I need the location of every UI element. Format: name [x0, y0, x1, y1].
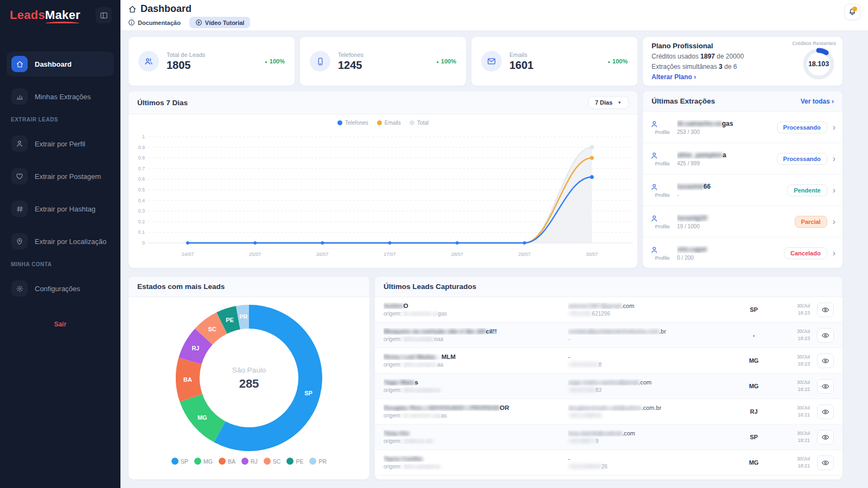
lead-origin: origem: alme.pamplonaa: [384, 362, 568, 368]
lead-contact: douglasreisadv.cab@yahoo.com.br +5521988…: [568, 404, 728, 419]
donut-legend-item-rj[interactable]: RJ: [241, 458, 258, 465]
sidebar-item-extrair-por-postagem[interactable]: Extrair por Postagem: [7, 164, 114, 189]
eye-icon: [821, 433, 829, 441]
view-lead-button[interactable]: [817, 404, 834, 419]
sidebar-item-extrair-por-localizacao[interactable]: Extrair por Localização: [7, 229, 114, 254]
states-panel: Estados com mais Leads SPMGBARJSCPEPRSão…: [128, 276, 370, 480]
notifications-button[interactable]: [844, 4, 860, 20]
lead-row: Tony Iris origem: matheus.silv tony.star…: [375, 425, 843, 450]
view-lead-button[interactable]: [817, 455, 834, 470]
donut-legend-item-sp[interactable]: SP: [171, 458, 188, 465]
lead-name: Remy Leal Madas - MLM: [384, 354, 568, 360]
video-tutorial-link[interactable]: Vídeo Tutorial: [189, 17, 251, 28]
legend-dot: [241, 458, 248, 465]
donut-legend-item-ba[interactable]: BA: [219, 458, 235, 465]
extraction-item[interactable]: Profile lucastg10 19 / 1000 Parcial ›: [643, 206, 843, 237]
chart-panel-header: Últimos 7 Dias 7 Dias▼: [129, 91, 637, 114]
line-chart: 00.10.20.30.40.50.60.70.80.9124/0725/072…: [129, 126, 637, 262]
legend-dot: [309, 458, 316, 465]
sidebar-item-dashboard[interactable]: Dashboard: [7, 52, 114, 76]
donut-legend-item-mg[interactable]: MG: [194, 458, 213, 465]
sidebar-item-label: Minhas Extrações: [35, 93, 91, 101]
lead-email: antonio1987@gmail.com: [568, 303, 728, 309]
chevron-down-icon: ▼: [617, 100, 622, 105]
sidebar-item-configuracoes[interactable]: Configurações: [7, 276, 114, 301]
logout-link[interactable]: Sair: [0, 320, 120, 328]
svg-text:28/07: 28/07: [451, 252, 463, 257]
lead-datetime: 30/Jul18:23: [780, 328, 810, 342]
profile-icon: Profile: [650, 214, 675, 229]
info-icon: [128, 19, 135, 26]
sidebar-toggle-button[interactable]: [95, 7, 112, 23]
bottom-row: Estados com mais Leads SPMGBARJSCPEPRSão…: [128, 276, 843, 480]
legend-dot: [337, 120, 342, 125]
lead-identity: Tony Iris origem: matheus.silv: [384, 430, 568, 444]
brand-logo[interactable]: LeadsMaker: [10, 8, 80, 22]
extraction-item[interactable]: Profile vini.capel 0 / 200 Cancelado ›: [643, 237, 843, 268]
play-icon: [195, 19, 202, 26]
svg-text:BA: BA: [183, 376, 192, 383]
lead-row: Remy Leal Madas - MLM origem: alme.pampl…: [375, 348, 843, 374]
stat-value: 1805: [167, 59, 206, 72]
dashboard-content: Total de Leads1805 ▲100% Telefones1245 ▲…: [120, 31, 868, 480]
home-icon: [11, 56, 28, 72]
chart-title: Últimos 7 Dias: [137, 99, 188, 107]
sidebar-item-extrair-por-perfil[interactable]: Extrair por Perfil: [7, 131, 114, 156]
svg-text:29/07: 29/07: [519, 252, 531, 257]
stat-value: 1245: [338, 59, 363, 72]
brand-leads: Leads: [10, 8, 45, 22]
gear-icon: [11, 280, 28, 297]
chevron-right-icon[interactable]: ›: [833, 217, 835, 226]
legend-item-total[interactable]: Total: [410, 120, 429, 126]
view-lead-button[interactable]: [817, 303, 834, 317]
legend-item-emails[interactable]: Emails: [377, 120, 401, 126]
extraction-item[interactable]: Profile di.camacho.vagas 253 / 300 Proce…: [643, 112, 843, 143]
svg-text:0.8: 0.8: [138, 155, 145, 160]
chevron-right-icon[interactable]: ›: [833, 155, 835, 163]
view-lead-button[interactable]: [817, 354, 834, 368]
donut-legend-item-pe[interactable]: PE: [286, 458, 303, 465]
pin-icon: [11, 233, 28, 249]
extraction-progress: 425 / 999: [677, 160, 777, 166]
donut-legend-item-pr[interactable]: PR: [309, 458, 327, 465]
legend-item-telefones[interactable]: Telefones: [337, 120, 368, 126]
lead-phone: +553199806026: [568, 464, 728, 470]
lead-origin: origem: matheus.silv: [384, 438, 568, 444]
status-badge: Cancelado: [784, 247, 827, 259]
sidebar-item-minhas-extracoes[interactable]: Minhas Extrações: [7, 84, 114, 109]
documentation-link[interactable]: Documentação: [128, 19, 181, 26]
documentation-label: Documentação: [138, 20, 181, 26]
arrow-up-icon: ▲: [607, 60, 611, 63]
view-lead-button[interactable]: [817, 430, 834, 445]
lead-origin: origem: alme.pamplona: [384, 387, 568, 393]
extraction-type: Profile: [650, 223, 675, 229]
lead-contact: - +5531933328: [568, 354, 728, 368]
states-header: Estados com mais Leads: [129, 277, 369, 297]
donut-legend-item-sc[interactable]: SC: [264, 458, 281, 465]
columns-layout-icon: [99, 11, 108, 20]
view-all-link[interactable]: Ver todas ›: [801, 98, 834, 105]
svg-text:MG: MG: [197, 414, 207, 421]
view-lead-button[interactable]: [817, 328, 834, 343]
status-badge: Processando: [777, 121, 827, 133]
notification-dot: [852, 7, 857, 11]
video-tutorial-label: Vídeo Tutorial: [205, 20, 245, 26]
sidebar-item-extrair-por-hashtag[interactable]: Extrair por Hashtag: [7, 196, 114, 221]
svg-text:25/07: 25/07: [249, 252, 261, 257]
legend-dot: [410, 120, 414, 125]
extraction-item[interactable]: Profile alme_pamplona 425 / 999 Processa…: [643, 143, 843, 175]
view-lead-button[interactable]: [817, 379, 834, 394]
lead-datetime: 30/Jul18:22: [780, 379, 810, 393]
arrow-up-icon: ▲: [264, 60, 268, 63]
credits-gauge: Créditos Restantes 18.103: [792, 40, 836, 81]
extraction-item[interactable]: Profile lucasind66 - Pendente ›: [643, 175, 843, 206]
chevron-right-icon[interactable]: ›: [833, 249, 835, 258]
range-dropdown[interactable]: 7 Dias▼: [588, 96, 629, 109]
profile-icon: Profile: [650, 120, 675, 135]
sidebar-nav: DashboardMinhas ExtraçõesEXTRAIR LEADSEx…: [0, 29, 120, 309]
chevron-right-icon[interactable]: ›: [833, 186, 835, 195]
lead-phone: +5511991621296: [568, 311, 728, 317]
chevron-right-icon[interactable]: ›: [833, 123, 835, 132]
lead-phone: +5531933328: [568, 362, 728, 368]
stat-delta: ▲100%: [607, 58, 628, 65]
